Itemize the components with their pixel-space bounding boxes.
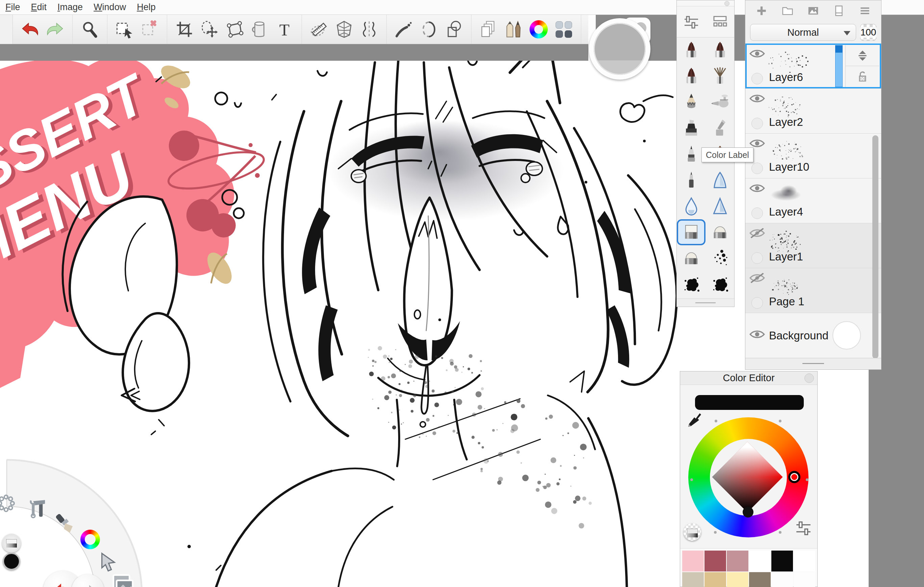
tool-ruler[interactable] [307, 18, 332, 41]
layer-row-layer1[interactable]: Layer1 [745, 223, 881, 268]
tool-perspective[interactable] [332, 18, 356, 41]
swatch-fdfdfd[interactable] [771, 572, 793, 587]
tool-undo[interactable] [18, 18, 43, 41]
blend-mode-select[interactable]: Normal [750, 24, 856, 41]
wheel-gallery-icon[interactable] [108, 572, 134, 587]
brush-hard-triangle[interactable] [706, 193, 734, 219]
brush-fan-brush[interactable] [706, 63, 734, 89]
swatch-ffffff[interactable] [794, 551, 815, 572]
wheel-utilities-icon[interactable] [27, 497, 49, 518]
brush-flat-marker[interactable] [706, 115, 734, 141]
brush-preview-widget[interactable] [589, 18, 657, 80]
wheel-paint-icon[interactable] [56, 513, 78, 535]
layer-clip-radio[interactable] [751, 297, 763, 309]
tool-zoom[interactable] [78, 18, 102, 41]
eye-hidden-icon[interactable] [749, 273, 765, 284]
panel-menu-button[interactable] [858, 4, 872, 17]
swatch-ddc28d[interactable] [705, 572, 726, 587]
layer-clip-radio[interactable] [751, 252, 763, 264]
tool-redo[interactable] [43, 18, 68, 41]
menu-window[interactable]: Window [88, 2, 131, 13]
layer-opacity-field[interactable]: 100 [860, 24, 876, 41]
menu-image[interactable]: Image [52, 2, 88, 13]
tool-shape[interactable] [441, 18, 466, 41]
brush-marker[interactable] [677, 115, 706, 141]
wheel-colors-icon[interactable] [80, 529, 102, 551]
eyedropper-icon[interactable] [686, 412, 703, 428]
eye-hidden-icon[interactable] [749, 228, 765, 239]
eye-visible-icon[interactable] [749, 329, 765, 340]
swatch-fdfdfd[interactable] [794, 572, 815, 587]
layer-row-background[interactable]: Background [745, 313, 881, 358]
brush-soft-triangle[interactable] [706, 167, 734, 193]
swatch-ffffff[interactable] [749, 551, 771, 572]
brush-brush-round[interactable] [677, 38, 706, 63]
brush-eraser-dome-2[interactable] [677, 245, 706, 271]
layer-clip-radio[interactable] [751, 73, 763, 84]
brush-settings-button[interactable] [683, 14, 700, 30]
tool-fill-bucket[interactable] [247, 18, 272, 41]
layer-row-layer10[interactable]: Layer10 [745, 133, 881, 178]
new-page-button[interactable] [832, 4, 846, 17]
brush-spray-dots[interactable] [706, 245, 734, 271]
tool-workspace-panels[interactable] [551, 18, 576, 41]
menu-file[interactable]: File [0, 2, 26, 13]
brush-fine-pen[interactable] [677, 167, 706, 193]
layer-clip-radio[interactable] [751, 118, 763, 129]
swatch-fcecb2[interactable] [727, 572, 748, 587]
brush-ink-splat[interactable] [677, 271, 706, 297]
eye-visible-icon[interactable] [749, 49, 765, 59]
tool-polygon-select[interactable] [222, 18, 247, 41]
eye-visible-icon[interactable] [749, 94, 765, 104]
wheel-current-color-button[interactable] [3, 552, 20, 570]
layer-sort-button[interactable] [846, 45, 879, 66]
hue-selector[interactable] [788, 471, 800, 483]
brush-water-drop[interactable] [677, 193, 706, 219]
value-selector[interactable] [742, 507, 754, 518]
brush-brush-round-3[interactable] [677, 63, 706, 89]
tool-ellipse-transform[interactable] [197, 18, 222, 41]
brush-eraser-dome[interactable] [706, 219, 734, 245]
tool-curve[interactable] [391, 18, 416, 41]
layer-clip-radio[interactable] [751, 207, 763, 219]
tool-color-wheel[interactable] [526, 18, 551, 41]
layer-clip-radio[interactable] [751, 163, 763, 174]
swatch-c29298[interactable] [727, 551, 748, 572]
swatch-cec5b3[interactable] [682, 572, 704, 587]
import-image-button[interactable] [806, 4, 820, 17]
tool-crop[interactable] [172, 18, 197, 41]
add-layer-button[interactable] [754, 4, 769, 17]
wheel-eraser-button[interactable] [2, 534, 21, 552]
transparent-color-button[interactable] [683, 523, 701, 541]
wheel-cursor-icon[interactable] [98, 552, 120, 573]
brush-pencil[interactable] [677, 89, 706, 115]
layers-scrollbar[interactable] [872, 135, 878, 358]
tool-symmetry[interactable] [356, 18, 382, 41]
current-color-bar[interactable] [695, 395, 804, 410]
swatch-a6525e[interactable] [705, 551, 726, 572]
brush-ink-splat-2[interactable] [706, 271, 734, 297]
swatch-0b0b0b[interactable] [771, 551, 793, 572]
color-sliders-button[interactable] [795, 520, 812, 539]
brush-eraser-flat[interactable] [677, 219, 706, 245]
layer-row-layer6[interactable]: Layer6 [745, 44, 881, 89]
tool-ellipse[interactable] [416, 18, 441, 41]
wheel-settings-icon[interactable] [0, 493, 17, 514]
layer-row-layer4[interactable]: Layer4 [745, 178, 881, 223]
tool-copy-layer[interactable] [476, 18, 501, 41]
tool-pencil-tools[interactable] [501, 18, 526, 41]
new-folder-button[interactable] [780, 4, 795, 17]
menu-edit[interactable]: Edit [26, 2, 52, 13]
layers-panel-resize-handle[interactable] [802, 363, 824, 364]
swatch-8a7c6b[interactable] [749, 572, 771, 587]
brush-panel-resize-handle[interactable] [695, 302, 716, 303]
tool-deselect[interactable] [137, 18, 162, 41]
layer-scroll-bar[interactable] [835, 45, 843, 87]
menu-help[interactable]: Help [131, 2, 161, 13]
layer-lock-button[interactable] [846, 66, 879, 87]
swatch-f9c3cb[interactable] [682, 551, 704, 572]
brush-brush-round-2[interactable] [706, 38, 734, 63]
radial-tool-wheel[interactable] [0, 452, 155, 587]
tool-select[interactable] [112, 18, 137, 41]
layer-row-page-1[interactable]: Page 1 [745, 268, 881, 313]
